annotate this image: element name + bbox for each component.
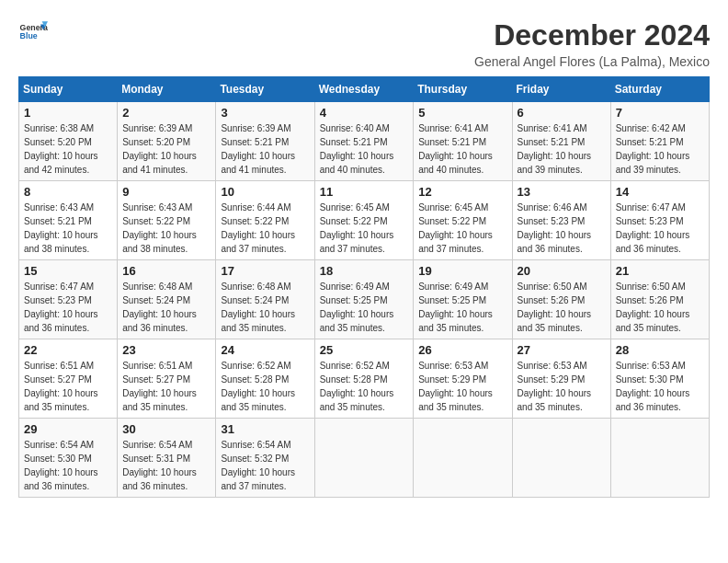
day-number: 21 <box>616 264 704 278</box>
day-number: 23 <box>122 343 210 357</box>
day-info: Sunrise: 6:38 AMSunset: 5:20 PMDaylight:… <box>24 123 98 175</box>
page-header: General Blue December 2024 General Angel… <box>18 18 710 69</box>
day-number: 19 <box>418 264 506 278</box>
calendar-week-2: 8 Sunrise: 6:43 AMSunset: 5:21 PMDayligh… <box>19 181 710 260</box>
day-number: 20 <box>518 264 606 278</box>
day-info: Sunrise: 6:39 AMSunset: 5:21 PMDaylight:… <box>221 123 295 175</box>
day-number: 8 <box>24 185 112 199</box>
calendar-cell <box>414 419 512 498</box>
header-cell-thursday: Thursday <box>414 77 512 102</box>
day-info: Sunrise: 6:43 AMSunset: 5:22 PMDaylight:… <box>122 202 197 254</box>
calendar-table: SundayMondayTuesdayWednesdayThursdayFrid… <box>18 76 710 498</box>
month-title: December 2024 <box>474 18 710 52</box>
day-info: Sunrise: 6:46 AMSunset: 5:23 PMDaylight:… <box>518 202 592 254</box>
day-number: 25 <box>320 343 409 357</box>
calendar-cell: 21 Sunrise: 6:50 AMSunset: 5:26 PMDaylig… <box>610 260 709 339</box>
calendar-cell <box>512 419 610 498</box>
day-number: 4 <box>320 106 409 120</box>
calendar-cell: 18 Sunrise: 6:49 AMSunset: 5:25 PMDaylig… <box>314 260 414 339</box>
day-info: Sunrise: 6:53 AMSunset: 5:29 PMDaylight:… <box>418 361 493 412</box>
title-block: December 2024 General Angel Flores (La P… <box>474 18 710 69</box>
day-number: 13 <box>518 185 606 199</box>
calendar-cell: 28 Sunrise: 6:53 AMSunset: 5:30 PMDaylig… <box>610 339 709 419</box>
calendar-cell: 26 Sunrise: 6:53 AMSunset: 5:29 PMDaylig… <box>414 339 512 419</box>
day-number: 28 <box>616 343 704 357</box>
day-number: 1 <box>24 106 112 120</box>
calendar-cell: 2 Sunrise: 6:39 AMSunset: 5:20 PMDayligh… <box>118 102 216 181</box>
calendar-week-4: 22 Sunrise: 6:51 AMSunset: 5:27 PMDaylig… <box>19 339 710 419</box>
day-number: 18 <box>320 264 409 278</box>
calendar-cell: 15 Sunrise: 6:47 AMSunset: 5:23 PMDaylig… <box>19 260 118 339</box>
calendar-cell: 3 Sunrise: 6:39 AMSunset: 5:21 PMDayligh… <box>216 102 314 181</box>
day-info: Sunrise: 6:42 AMSunset: 5:21 PMDaylight:… <box>616 123 690 175</box>
day-info: Sunrise: 6:54 AMSunset: 5:31 PMDaylight:… <box>122 440 197 491</box>
calendar-cell: 5 Sunrise: 6:41 AMSunset: 5:21 PMDayligh… <box>414 102 512 181</box>
day-info: Sunrise: 6:49 AMSunset: 5:25 PMDaylight:… <box>320 282 394 333</box>
calendar-cell: 16 Sunrise: 6:48 AMSunset: 5:24 PMDaylig… <box>118 260 216 339</box>
calendar-cell: 24 Sunrise: 6:52 AMSunset: 5:28 PMDaylig… <box>216 339 314 419</box>
calendar-cell: 27 Sunrise: 6:53 AMSunset: 5:29 PMDaylig… <box>512 339 610 419</box>
calendar-cell: 29 Sunrise: 6:54 AMSunset: 5:30 PMDaylig… <box>19 419 118 498</box>
day-info: Sunrise: 6:45 AMSunset: 5:22 PMDaylight:… <box>320 202 394 254</box>
day-number: 31 <box>221 422 309 436</box>
calendar-cell: 14 Sunrise: 6:47 AMSunset: 5:23 PMDaylig… <box>610 181 709 260</box>
calendar-week-3: 15 Sunrise: 6:47 AMSunset: 5:23 PMDaylig… <box>19 260 710 339</box>
day-info: Sunrise: 6:39 AMSunset: 5:20 PMDaylight:… <box>122 123 197 175</box>
day-info: Sunrise: 6:49 AMSunset: 5:25 PMDaylight:… <box>418 282 493 333</box>
day-number: 9 <box>122 185 210 199</box>
day-number: 10 <box>221 185 309 199</box>
day-number: 5 <box>418 106 506 120</box>
header-cell-monday: Monday <box>118 77 216 102</box>
day-number: 3 <box>221 106 309 120</box>
day-info: Sunrise: 6:47 AMSunset: 5:23 PMDaylight:… <box>616 202 690 254</box>
day-number: 24 <box>221 343 309 357</box>
day-number: 26 <box>418 343 506 357</box>
day-info: Sunrise: 6:41 AMSunset: 5:21 PMDaylight:… <box>418 123 493 175</box>
day-info: Sunrise: 6:47 AMSunset: 5:23 PMDaylight:… <box>24 282 98 333</box>
calendar-body: 1 Sunrise: 6:38 AMSunset: 5:20 PMDayligh… <box>19 102 710 498</box>
day-info: Sunrise: 6:53 AMSunset: 5:30 PMDaylight:… <box>616 361 690 412</box>
calendar-cell: 7 Sunrise: 6:42 AMSunset: 5:21 PMDayligh… <box>610 102 709 181</box>
calendar-week-5: 29 Sunrise: 6:54 AMSunset: 5:30 PMDaylig… <box>19 419 710 498</box>
day-info: Sunrise: 6:48 AMSunset: 5:24 PMDaylight:… <box>122 282 197 333</box>
day-number: 17 <box>221 264 309 278</box>
day-number: 29 <box>24 422 112 436</box>
location-subtitle: General Angel Flores (La Palma), Mexico <box>474 54 710 69</box>
header-cell-tuesday: Tuesday <box>216 77 314 102</box>
day-number: 27 <box>518 343 606 357</box>
calendar-cell: 10 Sunrise: 6:44 AMSunset: 5:22 PMDaylig… <box>216 181 314 260</box>
day-info: Sunrise: 6:51 AMSunset: 5:27 PMDaylight:… <box>122 361 197 412</box>
calendar-cell: 19 Sunrise: 6:49 AMSunset: 5:25 PMDaylig… <box>414 260 512 339</box>
day-number: 2 <box>122 106 210 120</box>
header-cell-sunday: Sunday <box>19 77 118 102</box>
day-number: 14 <box>616 185 704 199</box>
calendar-cell: 25 Sunrise: 6:52 AMSunset: 5:28 PMDaylig… <box>314 339 414 419</box>
day-info: Sunrise: 6:50 AMSunset: 5:26 PMDaylight:… <box>518 282 592 333</box>
day-number: 16 <box>122 264 210 278</box>
day-info: Sunrise: 6:44 AMSunset: 5:22 PMDaylight:… <box>221 202 295 254</box>
day-info: Sunrise: 6:51 AMSunset: 5:27 PMDaylight:… <box>24 361 98 412</box>
day-number: 22 <box>24 343 112 357</box>
calendar-header: SundayMondayTuesdayWednesdayThursdayFrid… <box>19 77 710 102</box>
header-cell-friday: Friday <box>512 77 610 102</box>
day-info: Sunrise: 6:41 AMSunset: 5:21 PMDaylight:… <box>518 123 592 175</box>
day-number: 7 <box>616 106 704 120</box>
day-number: 12 <box>418 185 506 199</box>
day-info: Sunrise: 6:48 AMSunset: 5:24 PMDaylight:… <box>221 282 295 333</box>
day-info: Sunrise: 6:40 AMSunset: 5:21 PMDaylight:… <box>320 123 394 175</box>
calendar-cell: 8 Sunrise: 6:43 AMSunset: 5:21 PMDayligh… <box>19 181 118 260</box>
day-info: Sunrise: 6:52 AMSunset: 5:28 PMDaylight:… <box>320 361 394 412</box>
header-row: SundayMondayTuesdayWednesdayThursdayFrid… <box>19 77 710 102</box>
calendar-cell <box>610 419 709 498</box>
day-info: Sunrise: 6:54 AMSunset: 5:30 PMDaylight:… <box>24 440 98 491</box>
day-number: 11 <box>320 185 409 199</box>
calendar-cell: 20 Sunrise: 6:50 AMSunset: 5:26 PMDaylig… <box>512 260 610 339</box>
day-info: Sunrise: 6:54 AMSunset: 5:32 PMDaylight:… <box>221 440 295 491</box>
calendar-cell: 31 Sunrise: 6:54 AMSunset: 5:32 PMDaylig… <box>216 419 314 498</box>
calendar-cell: 4 Sunrise: 6:40 AMSunset: 5:21 PMDayligh… <box>314 102 414 181</box>
calendar-cell: 23 Sunrise: 6:51 AMSunset: 5:27 PMDaylig… <box>118 339 216 419</box>
calendar-cell: 17 Sunrise: 6:48 AMSunset: 5:24 PMDaylig… <box>216 260 314 339</box>
header-cell-saturday: Saturday <box>610 77 709 102</box>
calendar-cell: 30 Sunrise: 6:54 AMSunset: 5:31 PMDaylig… <box>118 419 216 498</box>
day-info: Sunrise: 6:53 AMSunset: 5:29 PMDaylight:… <box>518 361 592 412</box>
